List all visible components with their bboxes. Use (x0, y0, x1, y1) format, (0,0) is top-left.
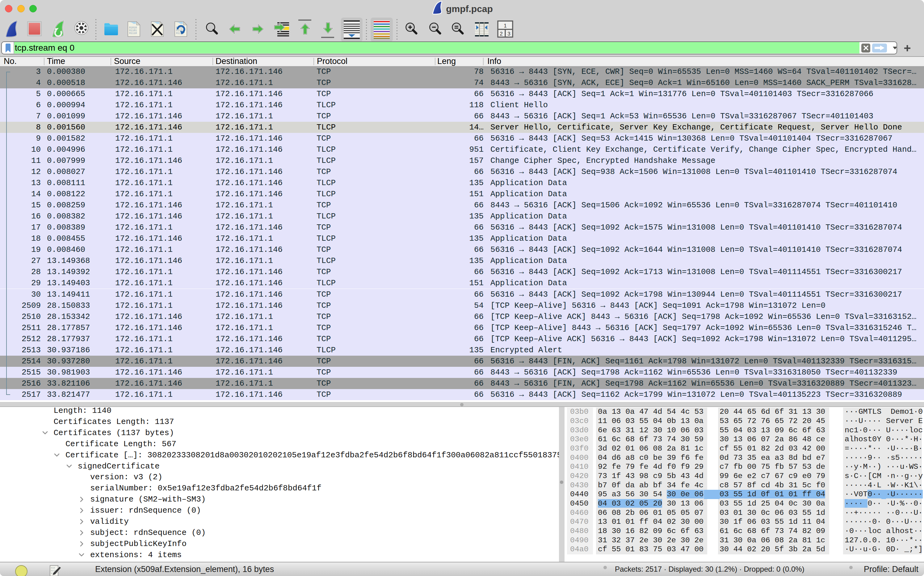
svg-text:1: 1 (504, 23, 506, 29)
svg-text:01110: 01110 (129, 32, 137, 35)
svg-text:3: 3 (507, 31, 510, 37)
svg-text:2: 2 (500, 31, 503, 37)
svg-text:010: 010 (51, 567, 55, 569)
